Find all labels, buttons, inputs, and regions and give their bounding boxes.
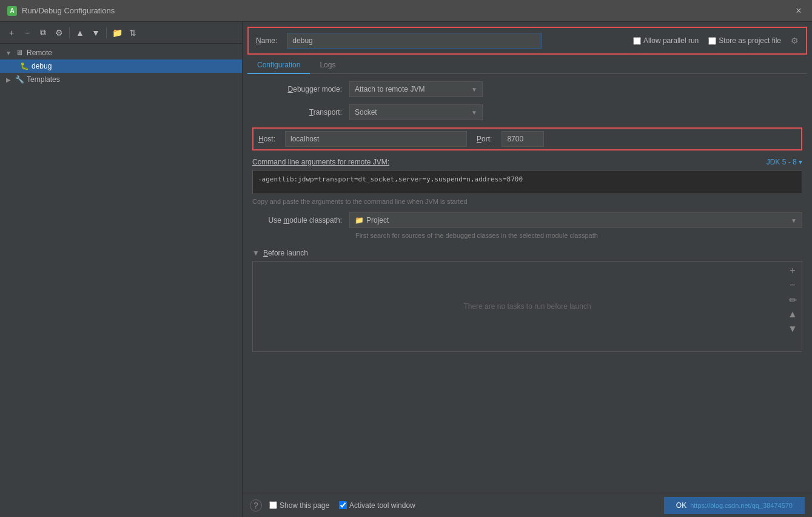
before-launch-buttons: + − ✏ ▲ ▼ — [783, 262, 802, 338]
settings-config-button[interactable]: ⚙ — [52, 26, 65, 39]
cmd-hint: Copy and paste the arguments to the comm… — [252, 198, 802, 205]
remote-toggle-icon: ▼ — [5, 49, 12, 56]
before-launch-toggle-icon[interactable]: ▼ — [252, 249, 260, 257]
before-launch-add-button[interactable]: + — [786, 264, 799, 277]
before-launch-edit-button[interactable]: ✏ — [786, 293, 799, 306]
toolbar-separator-2 — [106, 27, 107, 38]
host-port-container: Host: Port: — [252, 127, 802, 150]
transport-row: Transport: Socket ▼ — [252, 104, 802, 120]
bottom-checkboxes: Show this page Activate tool window — [269, 501, 657, 510]
before-launch-up-button[interactable]: ▲ — [786, 308, 799, 321]
tabs-bar: Configuration Logs — [247, 57, 807, 74]
host-input[interactable] — [285, 131, 467, 147]
transport-control: Socket ▼ — [349, 104, 802, 120]
transport-select[interactable]: Socket ▼ — [349, 104, 483, 120]
bottom-url: https://blog.csdn.net/qq_38474570 — [690, 502, 793, 509]
help-button[interactable]: ? — [250, 499, 262, 512]
debug-label: debug — [32, 62, 52, 70]
templates-icon: 🔧 — [15, 75, 24, 84]
activate-window-checkbox[interactable] — [339, 501, 347, 509]
store-project-label[interactable]: Store as project file — [708, 36, 781, 45]
remove-config-button[interactable]: − — [21, 26, 34, 39]
module-icon: 📁 — [355, 216, 364, 225]
debugger-mode-arrow: ▼ — [471, 86, 477, 93]
module-classpath-row: Use module classpath: 📁 Project ▼ — [252, 212, 802, 228]
debugger-mode-control: Attach to remote JVM ▼ — [349, 81, 802, 97]
tab-configuration[interactable]: Configuration — [247, 57, 310, 74]
dialog-title: Run/Debug Configurations — [22, 6, 793, 15]
port-label: Port: — [472, 135, 497, 143]
sort-button[interactable]: ⇅ — [126, 26, 139, 39]
templates-toggle-icon: ▶ — [5, 76, 12, 83]
before-launch-title: Before launch — [263, 249, 308, 257]
before-launch-down-button[interactable]: ▼ — [786, 322, 799, 336]
remote-label: Remote — [27, 49, 52, 57]
before-launch-empty-text: There are no tasks to run before launch — [463, 302, 591, 311]
left-toolbar: + − ⧉ ⚙ ▲ ▼ 📁 ⇅ — [0, 22, 242, 44]
host-label: Host: — [258, 135, 280, 143]
module-hint: First search for sources of the debugged… — [355, 232, 802, 239]
move-up-button[interactable]: ▲ — [73, 26, 87, 39]
module-classpath-select[interactable]: 📁 Project ▼ — [349, 212, 802, 228]
store-project-checkbox[interactable] — [708, 37, 716, 45]
name-row-container: Name: Allow parallel run Store as projec… — [247, 27, 807, 55]
move-down-button[interactable]: ▼ — [89, 26, 102, 39]
right-panel: Name: Allow parallel run Store as projec… — [243, 22, 812, 517]
debugger-mode-select[interactable]: Attach to remote JVM ▼ — [349, 81, 483, 97]
module-classpath-label: Use module classpath: — [252, 216, 349, 225]
allow-parallel-label[interactable]: Allow parallel run — [633, 36, 699, 45]
remote-icon: 🖥 — [15, 48, 24, 58]
before-launch-header: ▼ Before launch — [252, 249, 802, 257]
show-page-checkbox[interactable] — [269, 501, 277, 509]
activate-window-label[interactable]: Activate tool window — [339, 501, 415, 510]
tree-item-templates[interactable]: ▶ 🔧 Templates — [0, 73, 242, 86]
debug-toggle-icon — [10, 63, 17, 70]
add-config-button[interactable]: + — [5, 26, 18, 39]
title-bar: A Run/Debug Configurations × — [0, 0, 812, 22]
tree-item-debug[interactable]: 🐛 debug — [0, 59, 242, 73]
bottom-bar: ? Show this page Activate tool window OK… — [243, 493, 812, 517]
transport-label: Transport: — [252, 108, 349, 117]
ok-button[interactable]: OKhttps://blog.csdn.net/qq_38474570 — [664, 497, 805, 514]
show-page-label[interactable]: Show this page — [269, 501, 329, 510]
gear-icon[interactable]: ⚙ — [791, 36, 799, 46]
name-label: Name: — [256, 36, 277, 45]
tab-logs[interactable]: Logs — [310, 57, 345, 74]
folder-button[interactable]: 📁 — [110, 26, 124, 39]
templates-label: Templates — [27, 75, 60, 84]
toolbar-separator-1 — [69, 27, 70, 38]
right-options: Allow parallel run Store as project file… — [633, 36, 799, 46]
tree-item-remote[interactable]: ▼ 🖥 Remote — [0, 46, 242, 59]
allow-parallel-checkbox[interactable] — [633, 37, 641, 45]
config-content: Debugger mode: Attach to remote JVM ▼ Tr… — [243, 74, 812, 493]
copy-config-button[interactable]: ⧉ — [36, 26, 50, 39]
cmd-box: -agentlib:jdwp=transport=dt_socket,serve… — [252, 170, 802, 194]
cmd-label: Command line arguments for remote JVM: — [252, 158, 389, 166]
left-panel: + − ⧉ ⚙ ▲ ▼ 📁 ⇅ ▼ 🖥 Remote — [0, 22, 243, 517]
cmd-header: Command line arguments for remote JVM: J… — [252, 158, 802, 166]
run-debug-dialog: A Run/Debug Configurations × + − ⧉ ⚙ ▲ ▼… — [0, 0, 812, 517]
debug-icon: 🐛 — [19, 61, 29, 71]
main-content: + − ⧉ ⚙ ▲ ▼ 📁 ⇅ ▼ 🖥 Remote — [0, 22, 812, 517]
app-icon: A — [7, 6, 17, 16]
before-launch-box: There are no tasks to run before launch … — [252, 261, 802, 352]
jdk-link[interactable]: JDK 5 - 8 ▾ — [767, 158, 802, 166]
name-input[interactable] — [287, 33, 542, 49]
debugger-mode-label: Debugger mode: — [252, 85, 349, 93]
module-select-arrow: ▼ — [791, 217, 797, 224]
transport-arrow: ▼ — [471, 109, 477, 116]
port-input[interactable] — [502, 131, 544, 147]
before-launch-remove-button[interactable]: − — [786, 279, 799, 292]
config-tree: ▼ 🖥 Remote 🐛 debug ▶ 🔧 Templates — [0, 44, 242, 517]
close-button[interactable]: × — [793, 5, 805, 17]
debugger-mode-row: Debugger mode: Attach to remote JVM ▼ — [252, 81, 802, 97]
